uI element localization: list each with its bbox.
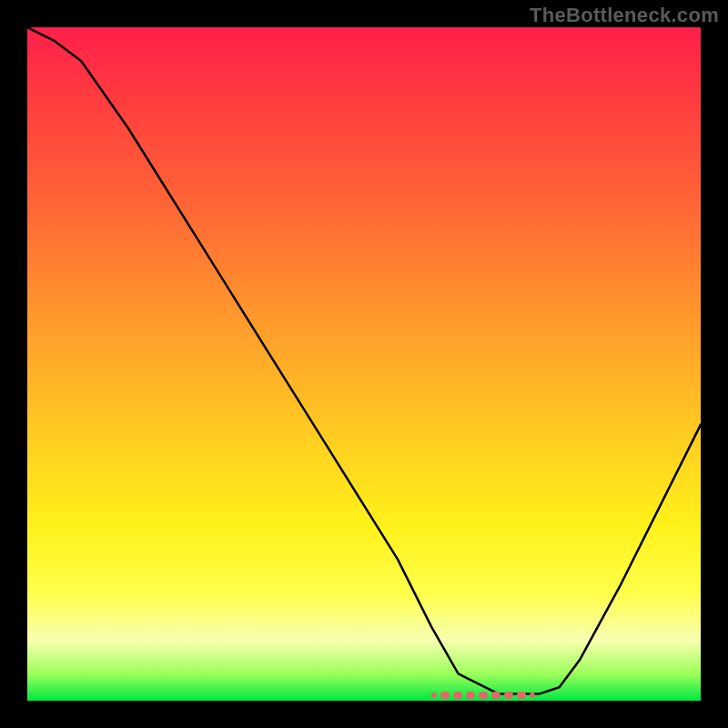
chart-frame: TheBottleneck.com bbox=[0, 0, 728, 728]
valley-dot bbox=[491, 692, 500, 699]
valley-dot bbox=[466, 692, 475, 699]
valley-dot bbox=[530, 693, 535, 698]
valley-dot bbox=[453, 692, 462, 699]
valley-dot bbox=[479, 692, 488, 699]
valley-dot bbox=[431, 693, 437, 698]
valley-dot bbox=[504, 692, 513, 699]
valley-dot bbox=[440, 692, 450, 699]
valley-marker bbox=[431, 686, 560, 695]
bottleneck-curve bbox=[27, 27, 701, 701]
plot-area bbox=[27, 27, 701, 701]
valley-dot bbox=[517, 692, 526, 699]
watermark-text: TheBottleneck.com bbox=[530, 4, 719, 27]
